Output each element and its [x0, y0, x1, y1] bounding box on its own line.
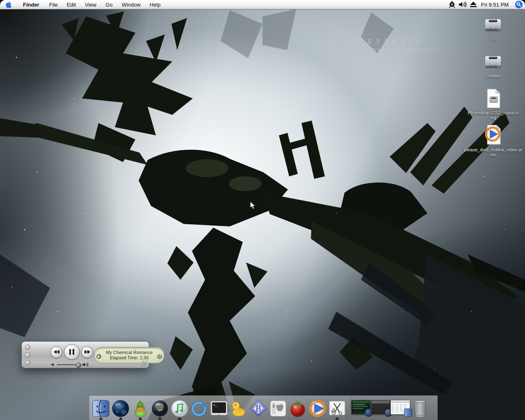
dock-minimized-browser-window[interactable] [351, 397, 371, 420]
screen-corner [521, 0, 525, 4]
dock-cyberduck-icon[interactable] [229, 397, 249, 420]
dock-quicktime-icon[interactable] [189, 397, 209, 420]
dock-system-preferences-icon[interactable] [268, 397, 288, 420]
volume-min-icon [51, 363, 55, 367]
desktop-screen: ON MY EYEBALL Excuse me, you're stepping… [0, 0, 525, 420]
track-name: My Chemical Romance [106, 350, 153, 355]
dock-camino-browser-icon[interactable] [111, 397, 130, 420]
lcd-play-icon[interactable] [96, 354, 101, 359]
screen-corner [0, 0, 4, 4]
desktop-icon-label: Untitled [485, 73, 500, 78]
desktop-icon-label: Ty [491, 37, 495, 41]
dock-itunes-icon[interactable] [170, 397, 189, 420]
hard-drive-icon [484, 15, 502, 34]
running-indicator [99, 417, 103, 420]
menu-help[interactable]: Help [145, 0, 165, 9]
wmv-video-document-icon [484, 126, 502, 145]
dock-terminal-icon[interactable]: >_ [209, 397, 229, 420]
dock: >_ B [89, 395, 438, 420]
window-minimize-button[interactable] [25, 352, 30, 358]
window-close-button[interactable] [25, 345, 30, 350]
dock-finder-icon[interactable] [91, 397, 111, 420]
fast-forward-button[interactable] [81, 346, 93, 358]
menu-go[interactable]: Go [101, 0, 117, 9]
running-indicator [119, 417, 123, 420]
eject-icon[interactable] [468, 0, 479, 9]
dock-minimized-dark-window[interactable] [371, 397, 390, 420]
window-zoom-button[interactable] [25, 360, 30, 365]
mouse-cursor [249, 201, 258, 210]
menu-view[interactable]: View [80, 0, 101, 9]
svg-text:B: B [256, 404, 261, 413]
volume-icon[interactable] [457, 0, 468, 9]
resize-grip[interactable] [142, 361, 147, 366]
dock-helmet-sphere-app-icon[interactable] [150, 397, 170, 420]
desktop-icon-wmv-video[interactable]: please_dont_hotlink_video.wmv [462, 126, 524, 157]
dock-bbedit-icon[interactable]: B [249, 397, 268, 420]
dock-trash-icon[interactable] [410, 397, 430, 420]
desktop-icon-ty[interactable]: Ty [462, 15, 524, 41]
pause-button[interactable] [64, 344, 80, 360]
running-indicator [158, 417, 162, 420]
dock-minimized-finder-window[interactable] [390, 397, 410, 420]
menu-bar: Finder File Edit View Go Window Help [0, 0, 525, 9]
svg-text:>_: >_ [213, 403, 217, 407]
desktop-icon-label: Photoshop_CS2_tryout.dmg [467, 110, 519, 120]
desktop-icon-label: please_dont_hotlink_video.wmv [463, 147, 523, 157]
running-indicator [138, 417, 142, 420]
desktop-icon-photoshop-dmg[interactable]: Photoshop_CS2_tryout.dmg [462, 89, 524, 120]
running-indicator [335, 417, 339, 420]
menu-edit[interactable]: Edit [62, 0, 80, 9]
volume-max-icon [82, 362, 89, 367]
dock-image-scissors-app-icon[interactable] [327, 397, 347, 420]
running-indicator [178, 417, 182, 420]
wallpaper-title: ON MY EYEBALL [316, 38, 431, 45]
dock-separator [347, 397, 351, 420]
rewind-button[interactable] [50, 346, 62, 358]
menu-finder[interactable]: Finder [18, 0, 45, 9]
itunes-mini-player[interactable]: My Chemical Romance Elapsed Time: 1:30 [21, 341, 149, 368]
apple-logo-icon [6, 1, 12, 8]
volume-slider-thumb[interactable] [76, 363, 81, 368]
dock-windows-media-player-icon[interactable] [308, 397, 327, 420]
hard-drive-icon [484, 52, 502, 71]
desktop-icon-untitled[interactable]: Untitled [462, 52, 524, 78]
lcd-back-icon[interactable] [157, 354, 162, 359]
wallpaper-caption: ON MY EYEBALL Excuse me, you're stepping… [316, 38, 431, 52]
webcam-menu-icon[interactable] [447, 0, 457, 9]
dock-adium-icon[interactable] [130, 397, 150, 420]
menu-window[interactable]: Window [117, 0, 145, 9]
apple-menu[interactable] [6, 1, 12, 8]
dock-tomato-torrent-icon[interactable] [288, 397, 308, 420]
wallpaper-subtitle: Excuse me, you're stepping on my eyeball… [316, 47, 431, 52]
elapsed-time: Elapsed Time: 1:30 [106, 355, 153, 361]
volume-slider[interactable] [57, 364, 81, 365]
menu-bar-clock[interactable]: Fri 9:51 PM [479, 2, 513, 8]
disk-image-document-icon [485, 89, 501, 108]
menu-file[interactable]: File [45, 0, 62, 9]
itunes-lcd-display: My Chemical Romance Elapsed Time: 1:30 [94, 347, 164, 363]
